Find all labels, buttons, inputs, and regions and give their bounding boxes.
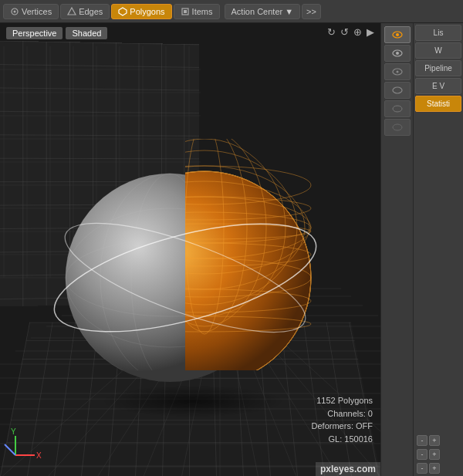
edges-icon [67, 7, 76, 16]
stats-minus-1[interactable]: - [417, 435, 428, 446]
panel-icon-6[interactable] [384, 119, 411, 136]
svg-point-99 [393, 106, 402, 112]
items-label: Items [192, 7, 213, 16]
polygon-count: 1152 Polygons [312, 394, 373, 407]
viewport-icons: ↻ ↺ ⊕ ▶ [327, 26, 374, 38]
back-wall-grid [0, 41, 199, 307]
pipeline-tab[interactable]: Pipeline [415, 60, 461, 76]
viewport-header: Perspective Shaded [0, 23, 380, 43]
stats-minus-2[interactable]: - [417, 449, 428, 460]
gl-info: GL: 150016 [312, 433, 373, 446]
shaded-tab[interactable]: Shaded [66, 27, 107, 39]
action-center-btn[interactable]: Action Center ▼ [225, 4, 301, 19]
stats-row-3: - + [415, 462, 461, 474]
svg-point-97 [396, 71, 398, 73]
top-toolbar: Vertices Edges Polygons Items Action Cen… [0, 0, 463, 23]
polygons-mode-btn[interactable]: Polygons [111, 4, 171, 19]
panel-icon-1[interactable] [384, 26, 411, 43]
lock-icon [392, 103, 403, 114]
svg-point-98 [393, 87, 402, 93]
svg-point-1 [14, 10, 16, 12]
svg-point-93 [396, 33, 399, 36]
stats-plus-2[interactable]: + [429, 449, 440, 460]
svg-point-95 [396, 52, 399, 55]
eye-small-icon [392, 66, 403, 77]
viewport[interactable]: Perspective Shaded ↻ ↺ ⊕ ▶ [0, 23, 380, 476]
stats-plus-1[interactable]: + [429, 435, 440, 446]
statistics-tab[interactable]: Statisti [415, 96, 461, 112]
items-mode-btn[interactable]: Items [174, 4, 220, 19]
perspective-tab[interactable]: Perspective [6, 27, 63, 39]
item-icon [392, 122, 403, 133]
deformers-info: Deformers: OFF [312, 420, 373, 433]
svg-point-100 [393, 124, 402, 130]
render-icon [392, 85, 403, 96]
play-icon[interactable]: ▶ [367, 26, 374, 38]
stats-row-1: - + [415, 434, 461, 447]
ev-tab[interactable]: E V [415, 78, 461, 94]
svg-marker-3 [119, 8, 127, 15]
eye-closed-icon [392, 48, 403, 59]
extend-btn[interactable]: >> [302, 4, 321, 19]
items-icon [181, 7, 190, 16]
panel-icon-3[interactable] [384, 63, 411, 80]
watermark: pxleyes.com [316, 462, 380, 476]
eye-open-icon [392, 29, 403, 40]
info-overlay: 1152 Polygons Channels: 0 Deformers: OFF… [312, 394, 373, 445]
action-center-dropdown-icon: ▼ [285, 7, 293, 16]
vertices-mode-btn[interactable]: Vertices [3, 4, 59, 19]
vertices-icon [10, 7, 19, 16]
right-tabs-panel: Lis W Pipeline E V Statisti - + - + - + [413, 23, 463, 476]
main-area: Perspective Shaded ↻ ↺ ⊕ ▶ [0, 23, 463, 476]
w-tab[interactable]: W [415, 42, 461, 59]
vertices-label: Vertices [22, 7, 52, 16]
polygons-label: Polygons [130, 7, 164, 16]
undo-rotate-icon[interactable]: ↺ [340, 26, 349, 38]
edges-label: Edges [79, 7, 103, 16]
list-tab[interactable]: Lis [415, 25, 461, 41]
polygons-icon [118, 7, 127, 16]
stats-plus-3[interactable]: + [429, 463, 440, 474]
stats-row-2: - + [415, 448, 461, 461]
channels-info: Channels: 0 [312, 407, 373, 420]
panel-icon-5[interactable] [384, 100, 411, 117]
action-center-label: Action Center [231, 7, 283, 16]
svg-rect-5 [184, 10, 187, 13]
stats-minus-3[interactable]: - [417, 463, 428, 474]
panel-icon-4[interactable] [384, 82, 411, 99]
right-icon-panel [380, 23, 413, 476]
rotate-icon[interactable]: ↻ [327, 26, 336, 38]
panel-icon-2[interactable] [384, 45, 411, 62]
extend-label: >> [306, 7, 316, 16]
svg-marker-2 [68, 8, 76, 15]
edges-mode-btn[interactable]: Edges [60, 4, 110, 19]
zoom-icon[interactable]: ⊕ [353, 26, 362, 38]
